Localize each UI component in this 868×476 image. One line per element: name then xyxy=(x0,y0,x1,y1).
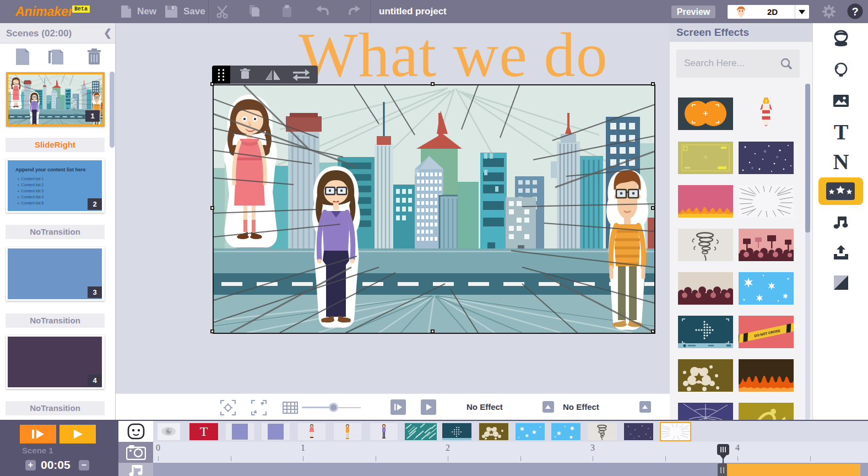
svg-text:?: ? xyxy=(851,6,858,18)
